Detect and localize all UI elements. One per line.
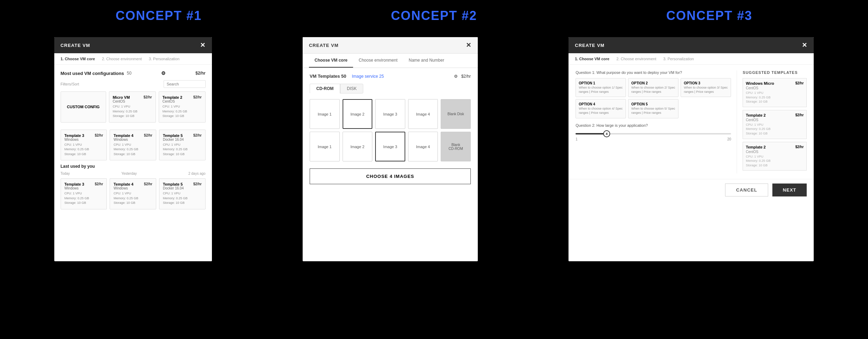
c3-footer: CANCEL NEXT [569,179,814,201]
c2-cdrom-image3[interactable]: Image 3 [375,132,405,161]
c3-close-icon[interactable]: ✕ [802,42,807,48]
c3-slider-range: 1 20 [576,137,731,141]
c2-disk-image2[interactable]: Image 2 [343,99,373,129]
c2-subtabs: CD-ROM DISK [310,84,471,94]
c3-left-panel: Question 1: What purpose do you want to … [576,70,731,173]
c3-question1: Question 1: What purpose do you want to … [576,70,731,75]
c1-last-used-t3[interactable]: Template 3 $2/hr Windows CPU: 1 VPU Memo… [61,178,107,209]
c3-option2[interactable]: OPTION 2 When to choose option 2/ Spec r… [628,78,678,97]
c3-suggested-t1[interactable]: Windows Micro $2/hr CentOS CPU: 1 VPU Me… [743,78,807,107]
c1-templates-row2: Template 3 $2/hr Windows CPU: 1 VPU Memo… [61,130,206,161]
c2-modal-title: CREATE VM [309,43,339,48]
c3-options-grid: OPTION 1 When to choose option 1/ Spec r… [576,78,731,118]
c3-modal-title: CREATE VM [575,43,605,48]
c2-tab-environment[interactable]: Choose environment [353,54,403,68]
c2-price: $2/hr [461,74,471,79]
c3-next-button[interactable]: NEXT [772,184,807,196]
c2-subtab-disk[interactable]: DISK [340,84,363,94]
c3-option3[interactable]: OPTION 3 When to choose option 3/ Spec r… [681,78,731,97]
concept3-title: CONCEPT #3 [666,8,752,23]
c1-body: Most used VM configurations 50 ⚙ $2/hr F… [54,65,212,215]
c2-settings-icon[interactable]: ⚙ [454,74,458,79]
c2-blank-disk[interactable]: Blank Disk [441,99,471,129]
c2-blank-cdrom[interactable]: Blank CD-ROM [441,132,471,161]
c1-template2-os: CentOS [163,99,202,103]
c1-template-micro-os: CentOS [113,99,152,103]
c2-image-service[interactable]: Image service 25 [352,74,384,79]
c2-cdrom-image1[interactable]: Image 1 [310,132,340,161]
concept2-modal: CREATE VM ✕ Choose VM core Choose enviro… [303,37,478,261]
c3-option4[interactable]: OPTION 4 When to choose option 4/ Spec r… [576,99,626,118]
c1-step1: 1. Choose VM core [61,57,95,61]
concepts-area: CREATE VM ✕ 1. Choose VM core 2. Choose … [0,37,868,275]
c2-heading-row: VM Templates 50 Image service 25 ⚙ $2/hr [310,74,471,79]
c1-count: 50 [127,71,131,76]
c1-template2[interactable]: Template 2 $2/hr CentOS CPU: 1 VPU Memor… [159,91,206,123]
c1-filter-label: Filters/Sort [61,82,79,86]
concept1-modal: CREATE VM ✕ 1. Choose VM core 2. Choose … [54,37,212,261]
c1-template4[interactable]: Template 4 $2/hr Windows CPU: 1 VPU Memo… [110,130,156,161]
c1-template3[interactable]: Template 3 $2/hr Windows CPU: 1 VPU Memo… [61,130,107,161]
c3-header: CREATE VM ✕ [569,37,814,53]
c1-header: CREATE VM ✕ [54,37,212,53]
c1-close-icon[interactable]: ✕ [200,42,206,48]
c1-step3: 3. Personalization [149,57,179,61]
c1-step2: 2. Choose environment [102,57,142,61]
c3-question2: Question 2: How large is your applicatio… [576,123,731,127]
concept1-title: CONCEPT #1 [116,8,202,23]
c2-cdrom-image4[interactable]: Image 4 [408,132,438,161]
c3-suggested-t2[interactable]: Template 2 $2/hr CentOS CPU: 1 VPU Memor… [743,110,807,139]
c1-last-used-dates: Today Yesterday 2 days ago [61,172,206,175]
c1-last-used-t5[interactable]: Template 5 $2/hr Docker 16.04 CPU: 1 VPU… [159,178,206,209]
c2-tools: ⚙ $2/hr [454,74,471,79]
c2-choose-images-button[interactable]: CHOOSE 4 IMAGES [310,168,471,184]
c1-price: $2/hr [195,71,206,76]
c1-last-used-label: Last used by you [61,164,206,169]
c3-slider-track[interactable]: 4 [576,133,731,134]
c3-body: Question 1: What purpose do you want to … [569,65,814,179]
c1-template5[interactable]: Template 5 $2/hr Docker 16.04 CPU: 1 VPU… [159,130,206,161]
c2-tabs: Choose VM core Choose environment Name a… [303,54,478,68]
c3-step1: 1. Choose VM core [575,57,609,61]
c3-slider-thumb[interactable]: 4 [603,130,610,137]
c1-steps: 1. Choose VM core 2. Choose environment … [54,53,212,65]
c1-search-input[interactable] [164,80,206,88]
c1-modal-title: CREATE VM [61,43,90,48]
c1-settings-icon[interactable]: ⚙ [161,70,166,76]
concepts-header: CONCEPT #1 CONCEPT #2 CONCEPT #3 [0,0,868,37]
c2-disk-images-row1: Image 1 Image 2 Image 3 Image 4 Blank Di… [310,99,471,129]
c1-custom-config[interactable]: CUSTOM CONFIG [61,91,106,123]
c2-body: VM Templates 50 Image service 25 ⚙ $2/hr… [303,68,478,190]
c2-subtab-cdrom[interactable]: CD-ROM [310,84,340,94]
c3-step2: 2. Choose environment [616,57,656,61]
c3-suggested-title: SUGGESTED TEMPLATES [743,70,807,75]
c3-option1[interactable]: OPTION 1 When to choose option 1/ Spec r… [576,78,626,97]
c1-last-used-t4[interactable]: Template 4 $2/hr Windows CPU: 1 VPU Memo… [110,178,156,209]
c3-right-panel: SUGGESTED TEMPLATES Windows Micro $2/hr … [737,70,807,173]
c2-header: CREATE VM ✕ [303,37,478,54]
c3-steps: 1. Choose VM core 2. Choose environment … [569,53,814,65]
concept2-title: CONCEPT #2 [391,8,477,23]
c1-section-heading: Most used VM configurations 50 ⚙ $2/hr [61,70,206,76]
c3-suggested-t3[interactable]: Template 2 $2/hr CentOS CPU: 1 VPU Memor… [743,142,807,171]
c2-cdrom-image2[interactable]: Image 2 [343,132,373,161]
c2-tab-vm-core[interactable]: Choose VM core [309,54,353,68]
concept3-modal: CREATE VM ✕ 1. Choose VM core 2. Choose … [569,37,814,261]
c1-template2-specs: CPU: 1 VPU Memory: 0.25 GB Storage: 10 G… [163,104,202,119]
c2-disk-image4[interactable]: Image 4 [408,99,438,129]
c3-step3: 3. Personalization [663,57,694,61]
c1-filter-row: Filters/Sort [61,80,206,88]
c2-cdrom-images-row2: Image 1 Image 2 Image 3 Image 4 Blank CD… [310,132,471,161]
c3-slider-fill [576,133,607,134]
c1-template-micro[interactable]: Micro VM $2/hr CentOS CPU: 1 VPU Memory:… [109,91,156,123]
c2-disk-image3[interactable]: Image 3 [375,99,405,129]
c3-cancel-button[interactable]: CANCEL [725,184,768,196]
c2-close-icon[interactable]: ✕ [466,42,471,48]
c2-vm-templates-label: VM Templates 50 [310,74,346,79]
c3-option5[interactable]: OPTION 5 When to choose option 5/ Spec r… [628,99,678,118]
c2-tab-name[interactable]: Name and Number [403,54,450,68]
c3-slider-section: Question 2: How large is your applicatio… [576,123,731,141]
c1-last-used-row: Template 3 $2/hr Windows CPU: 1 VPU Memo… [61,178,206,209]
c2-disk-image1[interactable]: Image 1 [310,99,340,129]
c1-template-micro-specs: CPU: 1 VPU Memory: 0.25 GB Storage: 10 G… [113,104,152,119]
